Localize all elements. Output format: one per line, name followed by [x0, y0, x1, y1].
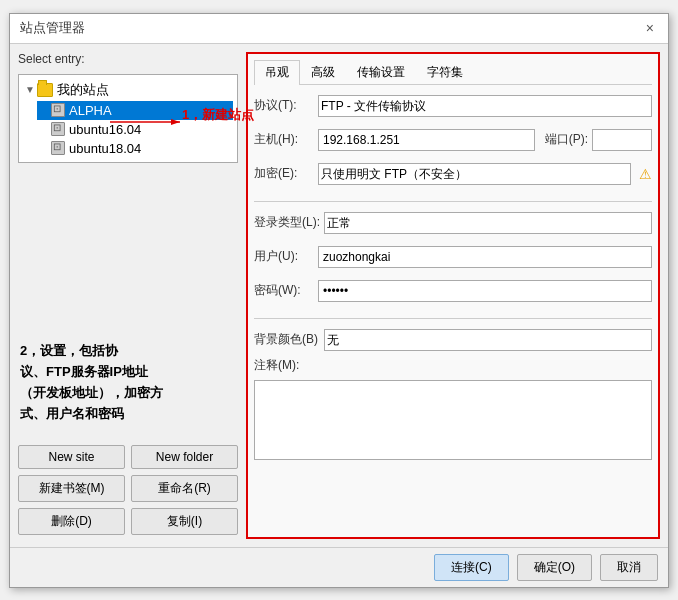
tree-container: ▼ 我的站点 ALPHA — [18, 74, 238, 163]
window-title: 站点管理器 — [20, 19, 85, 37]
delete-button[interactable]: 删除(D) — [18, 508, 125, 535]
ubuntu18-label: ubuntu18.04 — [69, 141, 141, 156]
tree-item-ubuntu16[interactable]: ubuntu16.04 — [37, 120, 233, 139]
protocol-row: 协议(T): FTP - 文件传输协议 — [254, 95, 652, 117]
new-folder-button[interactable]: New folder — [131, 445, 238, 469]
tree-wrapper: ▼ 我的站点 ALPHA — [18, 74, 238, 435]
encrypt-select[interactable]: 只使用明文 FTP（不安全） — [318, 163, 631, 185]
tree-root: ▼ 我的站点 ALPHA — [23, 79, 233, 158]
copy-button[interactable]: 复制(I) — [131, 508, 238, 535]
tree-item-alpha[interactable]: ALPHA — [37, 101, 233, 120]
ok-button[interactable]: 确定(O) — [517, 554, 592, 581]
left-panel: Select entry: ▼ 我的站点 — [18, 52, 238, 539]
select-entry-label: Select entry: — [18, 52, 238, 66]
user-row: 用户(U): — [254, 246, 652, 268]
bg-color-select[interactable]: 无 — [324, 329, 652, 351]
section-divider — [254, 201, 652, 202]
ubuntu16-label: ubuntu16.04 — [69, 122, 141, 137]
protocol-select[interactable]: FTP - 文件传输协议 — [318, 95, 652, 117]
warning-icon: ⚠ — [639, 166, 652, 182]
password-input[interactable] — [318, 280, 652, 302]
new-bookmark-button[interactable]: 新建书签(M) — [18, 475, 125, 502]
title-bar: 站点管理器 × — [10, 14, 668, 44]
site-icon-3 — [51, 141, 65, 155]
password-row: 密码(W): — [254, 280, 652, 302]
new-site-button[interactable]: New site — [18, 445, 125, 469]
note-textarea[interactable] — [254, 380, 652, 460]
bg-color-row: 背景颜色(B) 无 — [254, 329, 652, 351]
password-label: 密码(W): — [254, 282, 314, 299]
encrypt-label: 加密(E): — [254, 165, 314, 182]
host-row: 主机(H): 端口(P): — [254, 129, 652, 151]
host-input[interactable] — [318, 129, 535, 151]
bottom-bar: 连接(C) 确定(O) 取消 — [10, 547, 668, 587]
rename-button[interactable]: 重命名(R) — [131, 475, 238, 502]
tree-item-root-folder[interactable]: ▼ 我的站点 — [23, 79, 233, 101]
port-input[interactable] — [592, 129, 652, 151]
main-window: 站点管理器 × Select entry: ▼ 我的站点 — [9, 13, 669, 588]
port-label: 端口(P): — [545, 131, 588, 148]
tab-advanced[interactable]: 高级 — [300, 60, 346, 84]
site-icon-2 — [51, 122, 65, 136]
annotation-2-group: 2，设置，包括协 议、FTP服务器IP地址 （开发板地址），加密方 式、用户名和… — [20, 341, 163, 424]
expand-arrow-icon: ▼ — [25, 84, 37, 95]
folder-icon — [37, 83, 53, 97]
section-divider-2 — [254, 318, 652, 319]
user-label: 用户(U): — [254, 248, 314, 265]
login-type-label: 登录类型(L): — [254, 214, 320, 231]
alpha-label: ALPHA — [69, 103, 112, 118]
cancel-button[interactable]: 取消 — [600, 554, 658, 581]
protocol-label: 协议(T): — [254, 97, 314, 114]
tree-item-ubuntu18[interactable]: ubuntu18.04 — [37, 139, 233, 158]
encrypt-select-wrapper: 只使用明文 FTP（不安全） — [318, 163, 631, 185]
tab-transfer[interactable]: 传输设置 — [346, 60, 416, 84]
tabs-row: 吊观 高级 传输设置 字符集 — [254, 60, 652, 85]
button-grid: New site New folder 新建书签(M) 重命名(R) 删除(D)… — [18, 441, 238, 539]
bg-color-label: 背景颜色(B) — [254, 331, 318, 348]
annotation-2-line3: （开发板地址），加密方 — [20, 383, 163, 404]
tree-children: ALPHA ubuntu16.04 ubuntu18.04 — [23, 101, 233, 158]
connect-button[interactable]: 连接(C) — [434, 554, 509, 581]
login-type-select[interactable]: 正常 — [324, 212, 652, 234]
protocol-select-wrapper: FTP - 文件传输协议 — [318, 95, 652, 117]
close-button[interactable]: × — [642, 20, 658, 36]
note-label: 注释(M): — [254, 357, 652, 374]
bg-color-select-wrapper: 无 — [324, 329, 652, 351]
user-input[interactable] — [318, 246, 652, 268]
tab-general[interactable]: 吊观 — [254, 60, 300, 85]
right-panel: 吊观 高级 传输设置 字符集 协议(T): FTP - 文件传输协议 主机(H)… — [246, 52, 660, 539]
root-folder-label: 我的站点 — [57, 81, 109, 99]
content-area: Select entry: ▼ 我的站点 — [10, 44, 668, 547]
site-icon — [51, 103, 65, 117]
host-label: 主机(H): — [254, 131, 314, 148]
annotation-2-line2: 议、FTP服务器IP地址 — [20, 362, 163, 383]
login-type-select-wrapper: 正常 — [324, 212, 652, 234]
login-type-row: 登录类型(L): 正常 — [254, 212, 652, 234]
encrypt-row: 加密(E): 只使用明文 FTP（不安全） ⚠ — [254, 163, 652, 185]
annotation-2-line4: 式、用户名和密码 — [20, 404, 163, 425]
annotation-2-line1: 2，设置，包括协 — [20, 341, 163, 362]
tab-charset[interactable]: 字符集 — [416, 60, 474, 84]
